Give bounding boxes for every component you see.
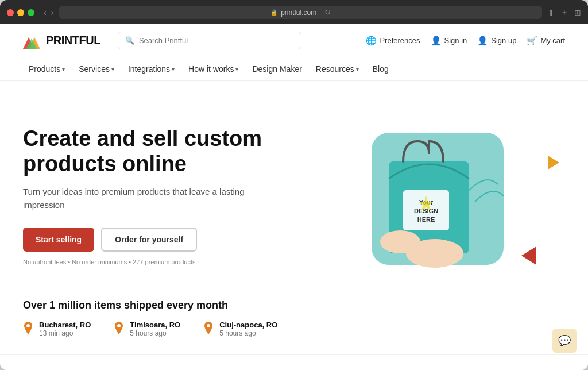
nav-item-resources[interactable]: Resources ▾ <box>310 57 365 80</box>
timisoara-city: Timisoara, RO <box>130 321 180 329</box>
browser-nav-controls: ‹ › <box>44 8 53 17</box>
nav-item-services[interactable]: Services ▾ <box>73 57 120 80</box>
page-content: PRINTFUL 🔍 🌐 Preferences 👤 Sign in <box>0 24 588 370</box>
chat-icon: 💬 <box>558 334 571 347</box>
hero-title: Create and sell custom products online <box>23 126 264 176</box>
integrations-chevron-icon: ▾ <box>172 66 175 72</box>
services-chevron-icon: ▾ <box>111 66 114 72</box>
search-bar[interactable]: 🔍 <box>118 32 301 49</box>
extensions-button[interactable]: ⊞ <box>574 8 581 17</box>
logo-text: PRINTFUL <box>46 34 100 47</box>
hero-buttons: Start selling Order for yourself <box>23 228 264 252</box>
signin-link[interactable]: 👤 Sign in <box>431 36 467 46</box>
hero-section: Create and sell custom products online T… <box>0 81 588 299</box>
svg-point-11 <box>380 230 420 253</box>
svg-text:DESIGN: DESIGN <box>414 207 438 214</box>
globe-icon: 🌐 <box>366 36 377 46</box>
cluj-time: 5 hours ago <box>219 329 277 337</box>
cart-label: My cart <box>540 36 565 45</box>
location-bucharest: Bucharest, RO 13 min ago <box>23 321 91 337</box>
nav-item-how-it-works[interactable]: How it works ▾ <box>183 57 244 80</box>
browser-actions: ⬆ ＋ ⊞ <box>548 7 581 18</box>
triangle-right-deco <box>536 156 559 204</box>
address-bar[interactable]: 🔒 printful.com ↻ <box>59 6 542 19</box>
traffic-lights <box>7 9 34 16</box>
timisoara-time: 5 hours ago <box>130 329 180 337</box>
location-cluj-info: Cluj-napoca, RO 5 hours ago <box>219 321 277 337</box>
search-icon: 🔍 <box>125 36 134 45</box>
user-icon: 👤 <box>431 36 442 46</box>
preferences-label: Preferences <box>380 36 420 45</box>
shipping-title: Over 1 million items shipped every month <box>23 299 565 311</box>
chat-button[interactable]: 💬 <box>552 329 577 353</box>
location-cluj: Cluj-napoca, RO 5 hours ago <box>203 321 277 337</box>
browser-chrome: ‹ › 🔒 printful.com ↻ ⬆ ＋ ⊞ <box>0 0 588 24</box>
howitworks-chevron-icon: ▾ <box>235 66 238 72</box>
location-bucharest-info: Bucharest, RO 13 min ago <box>39 321 91 337</box>
hero-image-area: Your DESIGN HERE <box>287 110 565 282</box>
close-button[interactable] <box>7 9 14 16</box>
svg-point-14 <box>207 324 210 327</box>
triangle-left-deco <box>521 246 536 265</box>
browser-window: ‹ › 🔒 printful.com ↻ ⬆ ＋ ⊞ <box>0 0 588 370</box>
nav-designmaker-label: Design Maker <box>252 64 301 74</box>
hero-footnote: No upfront fees • No order minimums • 27… <box>23 259 264 265</box>
preferences-link[interactable]: 🌐 Preferences <box>366 36 420 46</box>
logo-icon <box>23 33 41 49</box>
bucharest-city: Bucharest, RO <box>39 321 91 329</box>
signin-label: Sign in <box>444 36 467 45</box>
shipping-section: Over 1 million items shipped every month… <box>0 299 588 354</box>
search-input[interactable] <box>139 36 294 45</box>
nav-item-blog[interactable]: Blog <box>367 57 394 80</box>
header-actions: 🌐 Preferences 👤 Sign in 👤 Sign up 🛒 My c… <box>366 36 565 46</box>
logo-link[interactable]: PRINTFUL <box>23 33 100 49</box>
location-timisoara-info: Timisoara, RO 5 hours ago <box>130 321 180 337</box>
nav-item-design-maker[interactable]: Design Maker <box>246 57 307 80</box>
nav-resources-label: Resources <box>316 64 354 74</box>
nav-integrations-label: Integrations <box>128 64 170 74</box>
bottom-section: How you can fulfill your ideas with Prin… <box>0 354 588 370</box>
products-chevron-icon: ▾ <box>62 66 65 72</box>
shipping-locations: Bucharest, RO 13 min ago Timisoara, RO 5… <box>23 321 565 337</box>
nav-blog-label: Blog <box>373 64 389 74</box>
url-text: printful.com <box>281 9 316 17</box>
cart-link[interactable]: 🛒 My cart <box>527 36 565 46</box>
pin-icon-cluj <box>203 322 214 334</box>
svg-point-12 <box>26 324 30 327</box>
svg-text:HERE: HERE <box>417 216 435 223</box>
site-nav: Products ▾ Services ▾ Integrations ▾ How… <box>23 57 565 80</box>
site-header: PRINTFUL 🔍 🌐 Preferences 👤 Sign in <box>0 24 588 81</box>
location-timisoara: Timisoara, RO 5 hours ago <box>114 321 180 337</box>
svg-point-13 <box>117 324 121 327</box>
signup-label: Sign up <box>491 36 516 45</box>
nav-item-products[interactable]: Products ▾ <box>23 57 71 80</box>
nav-products-label: Products <box>29 64 60 74</box>
pin-icon-bucharest <box>23 322 33 334</box>
cart-icon: 🛒 <box>527 36 537 46</box>
nav-howitworks-label: How it works <box>188 64 234 74</box>
nav-item-integrations[interactable]: Integrations ▾ <box>122 57 180 80</box>
signup-link[interactable]: 👤 Sign up <box>477 36 516 46</box>
lock-icon: 🔒 <box>270 9 277 16</box>
hero-subtitle: Turn your ideas into premium products th… <box>23 186 264 211</box>
resources-chevron-icon: ▾ <box>356 66 359 72</box>
forward-button[interactable]: › <box>51 8 54 17</box>
hero-visual-svg: Your DESIGN HERE <box>337 115 515 276</box>
pin-icon-timisoara <box>114 322 124 334</box>
order-yourself-button[interactable]: Order for yourself <box>101 228 197 252</box>
header-top: PRINTFUL 🔍 🌐 Preferences 👤 Sign in <box>23 24 565 57</box>
maximize-button[interactable] <box>28 9 34 16</box>
share-button[interactable]: ⬆ <box>548 8 555 17</box>
minimize-button[interactable] <box>17 9 24 16</box>
user-plus-icon: 👤 <box>477 36 488 46</box>
start-selling-button[interactable]: Start selling <box>23 228 94 252</box>
refresh-icon[interactable]: ↻ <box>324 8 331 17</box>
bucharest-time: 13 min ago <box>39 329 91 337</box>
cluj-city: Cluj-napoca, RO <box>219 321 277 329</box>
back-button[interactable]: ‹ <box>44 8 47 17</box>
nav-services-label: Services <box>79 64 110 74</box>
hero-content: Create and sell custom products online T… <box>23 126 264 265</box>
new-tab-button[interactable]: ＋ <box>560 7 568 18</box>
